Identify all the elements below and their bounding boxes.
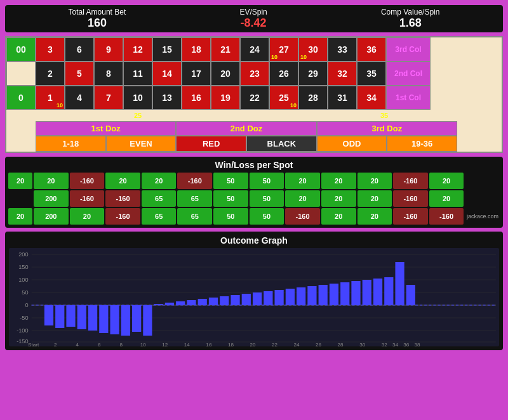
num-16[interactable]: 16	[182, 86, 211, 110]
num-15[interactable]: 15	[152, 37, 182, 62]
svg-rect-39	[286, 289, 295, 305]
wl-r1-2: -160	[70, 173, 105, 189]
num-29[interactable]: 29	[298, 62, 328, 86]
num-34[interactable]: 34	[357, 86, 386, 110]
col-3rd[interactable]: 3rd Col	[386, 37, 431, 62]
bet-19-36[interactable]: 19-36	[387, 136, 457, 152]
comp-label: Comp Value/Spin	[381, 8, 440, 16]
svg-rect-35	[242, 294, 251, 305]
svg-rect-21	[88, 305, 97, 331]
num-23[interactable]: 23	[240, 62, 269, 86]
svg-text:150: 150	[18, 264, 28, 270]
zero[interactable]: 0	[6, 86, 36, 110]
num-6[interactable]: 6	[65, 37, 94, 62]
svg-rect-24	[121, 305, 130, 336]
wl-r2-11: -160	[393, 190, 428, 207]
wl-r2-5: 65	[177, 190, 212, 207]
num-4[interactable]: 4	[65, 86, 94, 110]
svg-text:28: 28	[338, 342, 344, 346]
num-22[interactable]: 22	[240, 86, 269, 110]
num-31[interactable]: 31	[328, 86, 357, 110]
wl-r2-1: 200	[34, 190, 69, 207]
num-26[interactable]: 26	[269, 62, 298, 86]
wl-grid: 20 20 -160 20 20 -160 50 50 20 20 20 -16…	[8, 173, 500, 225]
doz-1st[interactable]: 1st Doz	[36, 121, 176, 136]
num-35[interactable]: 35	[357, 62, 386, 86]
svg-text:34: 34	[392, 342, 399, 346]
num-19[interactable]: 19	[211, 86, 240, 110]
svg-text:200: 200	[18, 251, 28, 258]
num-5[interactable]: 5	[65, 62, 94, 86]
graph-area: 200 150 100 50 0 -50 -100 -150	[9, 248, 499, 346]
num-33[interactable]: 33	[328, 37, 357, 62]
num-11[interactable]: 11	[123, 62, 152, 86]
wl-r1-12: 20	[429, 173, 464, 189]
svg-rect-31	[198, 299, 207, 305]
num-3[interactable]: 3	[36, 37, 65, 62]
bet-odd[interactable]: ODD	[317, 136, 387, 152]
num-32[interactable]: 32	[328, 62, 357, 86]
wl-r3-2: 20	[70, 208, 105, 225]
num-20[interactable]: 20	[211, 62, 240, 86]
svg-rect-42	[319, 285, 328, 305]
num-28[interactable]: 28	[298, 86, 328, 110]
svg-text:Start: Start	[28, 342, 39, 346]
wl-r3-9: 20	[321, 208, 356, 225]
wl-title: Win/Loss per Spot	[8, 160, 500, 170]
num-13[interactable]: 13	[152, 86, 182, 110]
wl-r3-1: 200	[34, 208, 69, 225]
svg-text:6: 6	[98, 342, 101, 346]
wl-r3-11: -160	[393, 208, 428, 225]
num-14[interactable]: 14	[152, 62, 182, 86]
num-36[interactable]: 36	[357, 37, 386, 62]
num-21[interactable]: 21	[211, 37, 240, 62]
wl-r3-3: -160	[105, 208, 140, 225]
num-30[interactable]: 3010	[298, 37, 328, 62]
bet-1-18[interactable]: 1-18	[36, 136, 106, 152]
num-10[interactable]: 10	[123, 86, 152, 110]
bet-25: 25	[123, 110, 152, 121]
wl-r2-3: -160	[105, 190, 140, 207]
stats-bar: Total Amount Bet 160 EV/Spin -8.42 Comp …	[5, 5, 503, 32]
row-top: 3 6 9 12 15 18 21 24 2710 3010 33 36 3rd…	[36, 37, 502, 62]
svg-rect-46	[363, 280, 371, 305]
num-12[interactable]: 12	[123, 37, 152, 62]
wl-r1-5: -160	[177, 173, 212, 189]
col-1st[interactable]: 1st Col	[386, 86, 431, 110]
bet-red[interactable]: RED	[176, 136, 246, 152]
wl-r1-1: 20	[34, 173, 69, 189]
doz-2nd[interactable]: 2nd Doz	[176, 121, 316, 136]
wl-r1-7: 50	[250, 173, 284, 189]
svg-text:36: 36	[403, 342, 410, 346]
ev-stat: EV/Spin -8.42	[239, 8, 267, 30]
bet-even[interactable]: EVEN	[106, 136, 177, 152]
num-9[interactable]: 9	[94, 37, 123, 62]
svg-rect-33	[220, 296, 229, 305]
num-2[interactable]: 2	[36, 62, 65, 86]
num-1[interactable]: 110	[36, 86, 65, 110]
double-zero[interactable]: 00	[6, 37, 36, 62]
svg-text:22: 22	[272, 342, 278, 346]
num-24[interactable]: 24	[240, 37, 269, 62]
wl-r1-9: 20	[321, 173, 356, 189]
roulette-table: 00 0 3 6 9 12 15 18 21 24 2710 3010	[5, 36, 503, 153]
svg-text:-150: -150	[17, 338, 28, 345]
num-17[interactable]: 17	[182, 62, 211, 86]
doz-3rd[interactable]: 3rd Doz	[317, 121, 457, 136]
num-7[interactable]: 7	[94, 86, 123, 110]
wl-r3-7: 50	[250, 208, 284, 225]
num-25[interactable]: 2510	[269, 86, 298, 110]
svg-rect-26	[143, 305, 152, 336]
bet-black[interactable]: BLACK	[246, 136, 317, 152]
wl-r3-5: 65	[177, 208, 212, 225]
col-2nd[interactable]: 2nd Col	[386, 62, 431, 86]
wl-label-r1: 20	[8, 173, 32, 189]
svg-text:10: 10	[140, 342, 147, 346]
num-18[interactable]: 18	[182, 37, 211, 62]
wl-r2-empty	[465, 190, 500, 207]
num-8[interactable]: 8	[94, 62, 123, 86]
wl-r3-6: 50	[213, 208, 248, 225]
zero-column[interactable]: 00 0	[6, 37, 36, 110]
wl-r2-4: 65	[142, 190, 177, 207]
num-27[interactable]: 2710	[269, 37, 298, 62]
